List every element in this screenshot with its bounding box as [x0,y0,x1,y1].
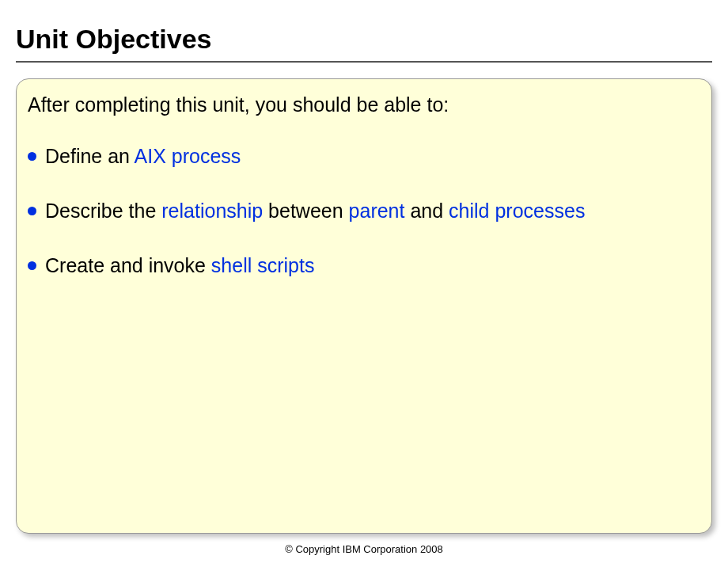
highlight-text: shell scripts [211,254,315,276]
highlight-text: AIX process [135,145,241,167]
bullet-dot-icon [28,207,36,215]
plain-text: Define an [45,145,135,167]
bullet-item: Create and invoke shell scripts [28,254,700,277]
plain-text: between [263,200,348,222]
highlight-text: child processes [449,200,585,222]
intro-text: After completing this unit, you should b… [28,93,700,116]
bullet-dot-icon [28,152,36,161]
bullet-dot-icon [28,261,36,270]
plain-text: Describe the [45,200,161,222]
highlight-text: parent [349,200,405,222]
bullet-item: Define an AIX process [28,145,700,168]
copyright-text: © Copyright IBM Corporation 2008 [16,540,712,555]
highlight-text: relationship [161,200,263,222]
plain-text: and [404,200,449,222]
content-box: After completing this unit, you should b… [16,78,712,534]
plain-text: Create and invoke [45,254,211,276]
bullet-list: Define an AIX processDescribe the relati… [28,145,700,277]
bullet-item: Describe the relationship between parent… [28,200,700,223]
slide: Unit Objectives After completing this un… [0,0,728,563]
slide-title: Unit Objectives [16,24,712,63]
